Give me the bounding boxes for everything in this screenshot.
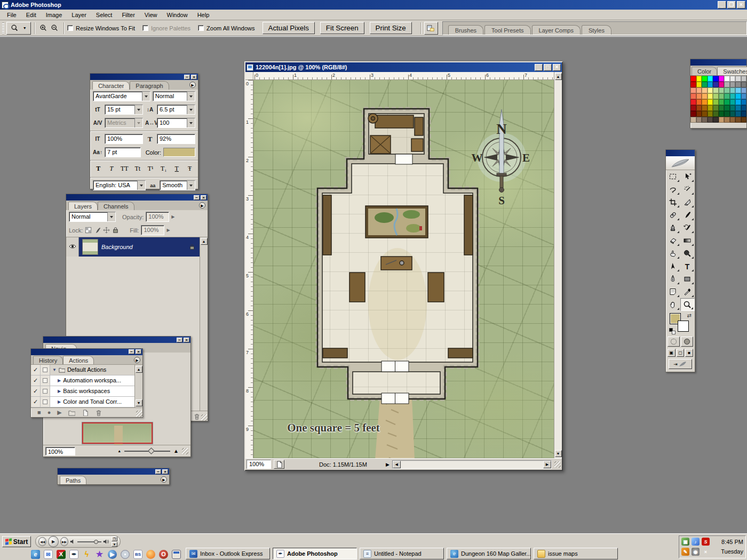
option-check-zoom-all-windows[interactable]: Zoom All Windows <box>198 25 255 31</box>
quicklaunch-x-app-icon[interactable]: X <box>57 550 66 559</box>
character-palette-titlebar[interactable]: − × <box>90 74 198 80</box>
underline-button[interactable]: T <box>171 163 182 174</box>
quicklaunch-console-icon[interactable] <box>172 550 181 559</box>
swatch[interactable] <box>724 111 730 117</box>
swatch[interactable] <box>735 93 741 99</box>
default-colors-icon[interactable] <box>669 328 676 334</box>
swatch[interactable] <box>730 87 736 93</box>
font-size-select[interactable]: 15 pt <box>105 105 143 115</box>
doc-close-button[interactable]: × <box>553 64 561 71</box>
quicklaunch-bs-file-icon[interactable]: BS <box>133 550 142 559</box>
leading-select[interactable]: 6.5 pt <box>157 105 195 115</box>
well-tab-layer-comps[interactable]: Layer Comps <box>532 25 581 35</box>
actions-palette-titlebar[interactable]: − × <box>31 349 142 355</box>
scroll-left-icon[interactable]: ◀ <box>393 461 401 468</box>
option-check-resize-windows-to-fit[interactable]: Resize Windows To Fit <box>67 25 135 31</box>
clone-stamp-tool[interactable] <box>666 221 680 234</box>
quicklaunch-firefox-icon[interactable] <box>146 550 155 559</box>
palette-minimize-icon[interactable]: − <box>129 349 134 354</box>
navigator-palette-titlebar[interactable]: − × <box>43 337 190 343</box>
type-tool[interactable]: T <box>680 260 695 273</box>
swatch[interactable] <box>690 105 696 111</box>
font-family-select[interactable]: AvantGarde <box>93 91 150 101</box>
menu-layer[interactable]: Layer <box>67 11 91 19</box>
zoom-in-large-icon[interactable]: ▲ <box>173 448 179 454</box>
scroll-down-icon[interactable]: ▼ <box>555 450 562 457</box>
swatch[interactable] <box>719 76 725 82</box>
tray-volume-icon[interactable]: ◉ <box>692 548 700 556</box>
tab-actions[interactable]: Actions <box>63 356 94 364</box>
baseline-shift-field[interactable]: 7 pt <box>105 147 141 157</box>
action-dialog-toggle[interactable] <box>41 365 50 375</box>
swatch[interactable] <box>696 93 702 99</box>
swatch[interactable] <box>724 87 730 93</box>
collapse-arrow-icon[interactable]: ▶ <box>58 389 61 394</box>
swatch[interactable] <box>741 99 747 105</box>
swatch[interactable] <box>741 111 747 117</box>
close-button[interactable]: × <box>737 1 745 9</box>
all-caps-button[interactable]: TT <box>119 163 130 174</box>
checkbox[interactable] <box>198 25 204 31</box>
swatch[interactable] <box>735 87 741 93</box>
tab-swatches[interactable]: Swatches <box>717 67 747 75</box>
swatch[interactable] <box>702 82 708 87</box>
layers-scrollbar[interactable]: ▲ <box>200 237 208 411</box>
band-more-icon[interactable]: ▼ <box>112 542 117 547</box>
swatch[interactable] <box>741 105 747 111</box>
magic-wand-tool[interactable] <box>680 183 695 196</box>
swatch[interactable] <box>713 117 719 123</box>
layer-thumbnail[interactable] <box>82 239 98 255</box>
swatch[interactable] <box>719 105 725 111</box>
action-check-icon[interactable]: ✓ <box>31 375 41 386</box>
palette-menu-icon[interactable]: ▶ <box>134 357 140 363</box>
action-row-basic-workspaces[interactable]: ✓▶Basic workspaces <box>31 386 134 397</box>
swatch[interactable] <box>730 99 736 105</box>
menu-select[interactable]: Select <box>91 11 117 19</box>
swatch[interactable] <box>730 117 736 123</box>
swatch[interactable] <box>696 87 702 93</box>
palette-menu-icon[interactable]: ▶ <box>199 202 205 209</box>
standard-mode-button[interactable] <box>667 337 680 347</box>
rectangular-marquee-tool[interactable] <box>666 170 680 183</box>
zoom-in-icon[interactable] <box>39 24 47 32</box>
swatch[interactable] <box>690 93 696 99</box>
blend-mode-select[interactable]: Normal <box>69 212 116 222</box>
tab-paths[interactable]: Paths <box>60 476 86 484</box>
swatch[interactable] <box>735 111 741 117</box>
action-check-icon[interactable]: ✓ <box>31 365 41 375</box>
scroll-right-icon[interactable]: ▶ <box>543 461 551 468</box>
lock-paint-icon[interactable] <box>94 227 101 234</box>
anti-alias-select[interactable]: Smooth <box>160 180 195 190</box>
navigator-viewbox[interactable] <box>82 422 153 444</box>
text-color-swatch[interactable] <box>163 148 195 157</box>
palette-minimize-icon[interactable]: − <box>177 338 182 342</box>
resize-grip[interactable] <box>554 461 561 468</box>
volume-slider[interactable] <box>77 539 101 545</box>
palette-resize-grip[interactable] <box>136 411 142 417</box>
visibility-toggle[interactable] <box>66 237 79 257</box>
move-tool[interactable] <box>680 170 695 183</box>
delete-layer-icon[interactable] <box>193 413 200 420</box>
status-menu-arrow-icon[interactable]: ▶ <box>386 462 390 467</box>
task-button-untitled-notepad[interactable]: ≡Untitled - Notepad <box>360 548 444 559</box>
checkbox[interactable] <box>142 25 148 31</box>
swatch[interactable] <box>730 76 736 82</box>
swatch[interactable] <box>713 93 719 99</box>
tracking-select[interactable]: 100 <box>157 118 195 128</box>
expand-arrow-icon[interactable]: ▼ <box>52 367 57 372</box>
option-check-ignore-palettes[interactable]: Ignore Palettes <box>142 25 190 31</box>
tray-swoosh-icon[interactable]: S <box>702 538 710 546</box>
tab-layers[interactable]: Layers <box>68 202 98 210</box>
small-caps-button[interactable]: Tt <box>132 163 144 174</box>
eraser-tool[interactable] <box>666 234 680 247</box>
options-grip[interactable] <box>2 22 4 34</box>
swatch[interactable] <box>724 99 730 105</box>
subscript-button[interactable]: T₁ <box>158 163 170 174</box>
quicklaunch-outlook-express-icon[interactable]: ✉ <box>44 550 53 559</box>
rectangle-shape-tool[interactable] <box>680 273 695 285</box>
smudge-tool[interactable] <box>666 247 680 260</box>
palette-minimize-icon[interactable]: − <box>194 195 200 200</box>
well-tab-brushes[interactable]: Brushes <box>448 25 483 35</box>
history-brush-tool[interactable] <box>680 221 695 234</box>
swatch[interactable] <box>724 76 730 82</box>
